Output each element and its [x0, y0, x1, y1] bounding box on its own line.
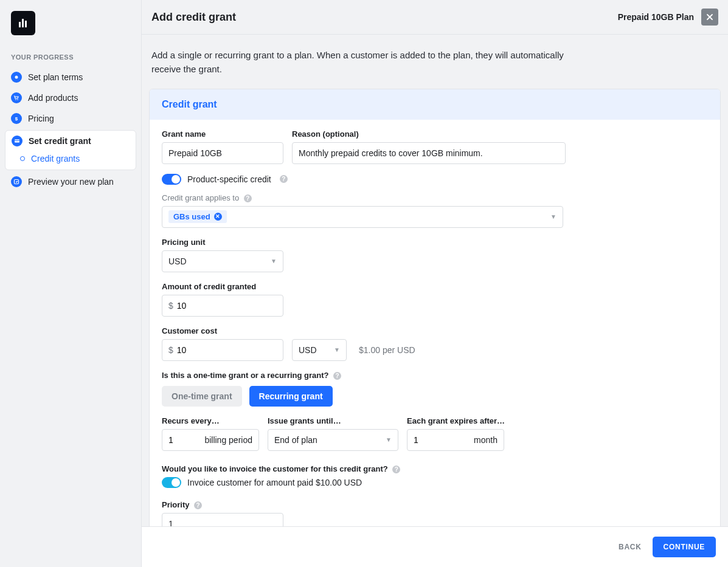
recurs-label: Recurs every…: [162, 416, 259, 425]
svg-rect-2: [25, 21, 27, 27]
progress-heading: YOUR PROGRESS: [5, 53, 136, 67]
invoice-question: Would you like to invoice the customer f…: [162, 464, 708, 473]
plan-icon: [11, 72, 22, 83]
cart-icon: [11, 92, 22, 103]
continue-button[interactable]: CONTINUE: [653, 537, 716, 557]
sidebar-step-credit-grant-block: Set credit grant Credit grants: [5, 130, 136, 170]
amount-label: Amount of credit granted: [162, 282, 708, 291]
topbar: Add credit grant Prepaid 10GB Plan: [142, 0, 728, 35]
product-specific-toggle[interactable]: [162, 174, 181, 185]
pricing-unit-select[interactable]: USD ▼: [162, 250, 283, 272]
plan-name: Prepaid 10GB Plan: [618, 12, 694, 22]
svg-point-5: [17, 99, 18, 100]
footer: BACK CONTINUE: [142, 526, 728, 567]
help-icon[interactable]: ?: [194, 501, 202, 509]
svg-text:$: $: [15, 116, 18, 122]
sidebar-step-label: Set credit grant: [29, 136, 91, 146]
until-label: Issue grants until…: [268, 416, 398, 425]
content-scroll: Add a single or recurring grant to a pla…: [142, 35, 728, 526]
one-time-option[interactable]: One-time grant: [162, 386, 242, 407]
sidebar-step-label: Preview your new plan: [28, 177, 114, 187]
cost-currency-select[interactable]: USD ▼: [292, 339, 347, 361]
svg-rect-8: [15, 140, 19, 141]
help-icon[interactable]: ?: [244, 194, 252, 202]
intro-text: Add a single or recurring grant to a pla…: [142, 35, 604, 89]
currency-symbol: $: [168, 301, 173, 311]
recurring-option[interactable]: Recurring grant: [249, 386, 333, 407]
applies-to-select[interactable]: GBs used ✕ ▼: [162, 206, 563, 228]
card-heading: Credit grant: [150, 89, 720, 120]
close-button[interactable]: [701, 9, 718, 26]
sidebar-step-pricing[interactable]: $ Pricing: [5, 108, 136, 129]
grant-type-segmented: One-time grant Recurring grant: [162, 386, 708, 407]
svg-rect-9: [15, 180, 19, 184]
sidebar-step-preview[interactable]: Preview your new plan: [5, 171, 136, 192]
expires-label: Each grant expires after…: [407, 416, 505, 425]
chip-remove-icon[interactable]: ✕: [214, 213, 222, 221]
chevron-down-icon: ▼: [386, 436, 392, 443]
card-icon: [12, 136, 23, 146]
substep-ring-icon: [20, 156, 25, 161]
applies-to-chip: GBs used ✕: [168, 210, 227, 223]
sidebar-substep-label[interactable]: Credit grants: [31, 154, 80, 163]
amount-input[interactable]: [177, 295, 277, 316]
grant-name-label: Grant name: [162, 129, 283, 139]
type-question: Is this a one-time grant or a recurring …: [162, 371, 708, 380]
sidebar: YOUR PROGRESS Set plan terms Add product…: [0, 0, 142, 567]
sidebar-step-label: Add products: [28, 93, 78, 103]
expires-value-input[interactable]: [414, 435, 438, 445]
invoice-toggle[interactable]: [162, 477, 181, 488]
sidebar-step-credit-grant[interactable]: Set credit grant: [5, 131, 136, 151]
cost-label: Customer cost: [162, 326, 708, 335]
cost-input-wrap: $: [162, 339, 283, 361]
preview-icon: [11, 176, 22, 187]
grant-name-input[interactable]: [162, 142, 283, 164]
help-icon[interactable]: ?: [392, 466, 400, 473]
sidebar-step-label: Set plan terms: [28, 72, 83, 82]
currency-symbol: $: [168, 345, 173, 355]
chevron-down-icon: ▼: [271, 258, 277, 264]
svg-point-4: [15, 99, 16, 100]
help-icon[interactable]: ?: [333, 372, 341, 380]
chevron-down-icon: ▼: [550, 213, 556, 220]
close-icon: [706, 13, 713, 21]
expires-unit: month: [474, 435, 497, 445]
applies-to-label: Credit grant applies to ?: [162, 193, 708, 202]
recurs-unit: billing period: [204, 435, 252, 445]
priority-label: Priority ?: [162, 500, 708, 509]
sidebar-step-plan-terms[interactable]: Set plan terms: [5, 67, 136, 88]
page-title: Add credit grant: [151, 11, 236, 24]
svg-point-3: [15, 76, 18, 79]
svg-rect-0: [19, 22, 21, 27]
credit-grant-card: Credit grant Grant name Reason (optional…: [149, 89, 721, 527]
main: Add credit grant Prepaid 10GB Plan Add a…: [142, 0, 728, 567]
sidebar-step-label: Pricing: [28, 114, 54, 123]
reason-input[interactable]: [292, 142, 566, 164]
svg-rect-1: [22, 19, 24, 27]
reason-label: Reason (optional): [292, 129, 708, 139]
bars-icon: [17, 17, 29, 29]
dollar-icon: $: [11, 113, 22, 124]
sidebar-step-add-products[interactable]: Add products: [5, 88, 136, 108]
chevron-down-icon: ▼: [334, 346, 340, 353]
recurs-value-input[interactable]: [168, 435, 193, 445]
sidebar-substep-credit-grants[interactable]: Credit grants: [5, 151, 136, 166]
expires-input[interactable]: month: [407, 429, 504, 451]
recurs-input[interactable]: billing period: [162, 429, 259, 451]
until-select[interactable]: End of plan ▼: [268, 429, 398, 451]
invoice-toggle-label: Invoice customer for amount paid $10.00 …: [187, 478, 362, 487]
cost-per-text: $1.00 per USD: [355, 345, 415, 355]
back-button[interactable]: BACK: [619, 543, 642, 551]
amount-input-wrap: $: [162, 295, 283, 317]
app-logo: [11, 11, 35, 35]
help-icon[interactable]: ?: [280, 175, 288, 183]
pricing-unit-label: Pricing unit: [162, 238, 708, 247]
cost-input[interactable]: [177, 340, 277, 360]
product-specific-toggle-label: Product-specific credit: [187, 174, 271, 184]
priority-input[interactable]: [162, 513, 283, 526]
